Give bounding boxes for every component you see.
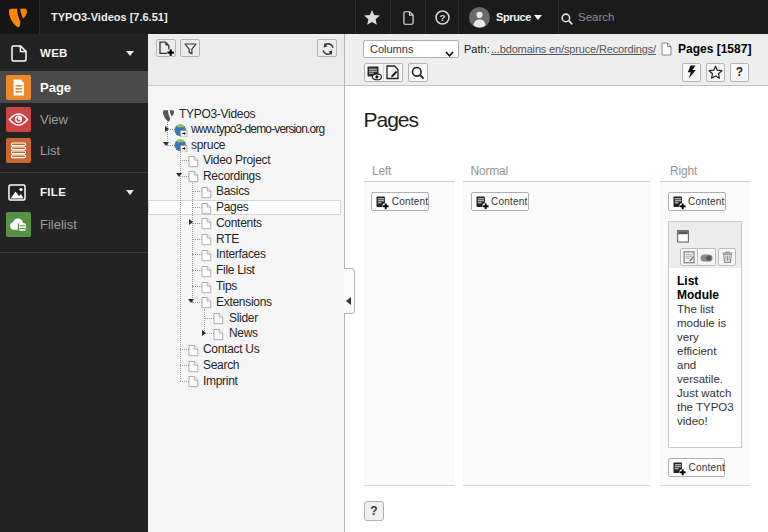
svg-text:?: ? [439,12,445,23]
